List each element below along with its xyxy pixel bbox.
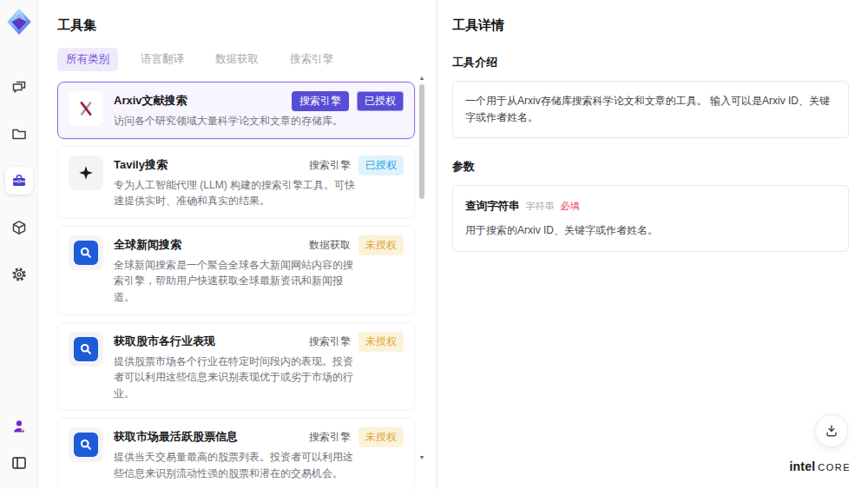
tool-description: 访问各个研究领域大量科学论文和文章的存储库。 <box>114 113 343 129</box>
tool-card-active-stocks[interactable]: 获取市场最活跃股票信息 提供当天交易量最高的股票列表。投资者可以利用这些信息来识… <box>57 418 415 489</box>
auth-status-badge: 未授权 <box>358 235 404 255</box>
param-required-label: 必填 <box>561 199 580 215</box>
tool-badges: 搜索引擎 已授权 <box>292 91 404 111</box>
toolbox-icon[interactable] <box>5 167 33 195</box>
tab-data-fetch[interactable]: 数据获取 <box>207 48 267 71</box>
category-tabs: 所有类别 语言翻译 数据获取 搜索引擎 <box>57 48 418 71</box>
category-badge: 搜索引擎 <box>309 158 351 173</box>
category-badge: 搜索引擎 <box>309 334 351 349</box>
tab-all-categories[interactable]: 所有类别 <box>57 48 118 71</box>
arxiv-logo-icon <box>69 91 103 126</box>
auth-status-badge: 已授权 <box>357 91 404 111</box>
param-header-row: 查询字符串 字符串 必填 <box>465 197 836 215</box>
download-button[interactable] <box>815 414 848 447</box>
tool-badges: 搜索引擎 未授权 <box>309 332 404 352</box>
tool-badges: 搜索引擎 已授权 <box>309 155 404 175</box>
param-description: 用于搜索的Arxiv ID、关键字或作者姓名。 <box>465 222 836 239</box>
param-name: 查询字符串 <box>465 197 520 215</box>
page-title: 工具集 <box>57 17 418 34</box>
tool-card-arxiv[interactable]: Arxiv文献搜索 访问各个研究领域大量科学论文和文章的存储库。 搜索引擎 已授… <box>57 82 415 139</box>
param-box: 查询字符串 字符串 必填 用于搜索的Arxiv ID、关键字或作者姓名。 <box>452 185 849 251</box>
scroll-up-arrow[interactable]: ▲ <box>418 75 426 82</box>
category-badge: 搜索引擎 <box>309 430 351 445</box>
rail-nav <box>5 73 33 288</box>
tab-search-engine[interactable]: 搜索引擎 <box>281 48 342 71</box>
scrollbar-thumb[interactable] <box>419 84 424 199</box>
tool-card-tavily[interactable]: Tavily搜索 专为人工智能代理 (LLM) 构建的搜索引擎工具。可快速提供实… <box>57 146 415 219</box>
tool-badges: 数据获取 未授权 <box>309 235 404 255</box>
details-title: 工具详情 <box>452 17 849 34</box>
blue-magnifier-icon <box>69 332 103 367</box>
gear-icon[interactable] <box>5 261 33 288</box>
tool-description: 全球新闻搜索是一个聚合全球各大新闻网站内容的搜索引擎，帮助用户快速获取全球最新资… <box>114 257 357 306</box>
package-icon[interactable] <box>5 214 33 241</box>
user-icon[interactable] <box>5 413 33 440</box>
intro-text: 一个用于从Arxiv存储库搜索科学论文和文章的工具。 输入可以是Arxiv ID… <box>465 95 830 123</box>
blue-magnifier-icon <box>69 235 103 270</box>
tab-language-translation[interactable]: 语言翻译 <box>132 48 193 71</box>
panel-toggle-icon[interactable] <box>5 449 33 477</box>
intel-core-logo: intel core <box>789 459 851 473</box>
category-badge: 搜索引擎 <box>292 91 349 111</box>
tool-details-panel: 工具详情 工具介绍 一个用于从Arxiv存储库搜索科学论文和文章的工具。 输入可… <box>437 0 868 489</box>
params-heading: 参数 <box>452 159 849 175</box>
tool-description: 提供股票市场各个行业在特定时间段内的表现。投资者可以利用这些信息来识别表现优于或… <box>114 354 357 402</box>
tool-list-panel: 工具集 所有类别 语言翻译 数据获取 搜索引擎 Arxiv文献搜索 访问各个研究… <box>38 0 437 489</box>
param-type: 字符串 <box>526 199 555 215</box>
brand-intel-text: intel <box>789 459 815 473</box>
scroll-down-arrow[interactable]: ▼ <box>418 454 426 461</box>
tool-badges: 搜索引擎 未授权 <box>309 427 404 447</box>
chat-icon[interactable] <box>5 73 33 101</box>
intro-box: 一个用于从Arxiv存储库搜索科学论文和文章的工具。 输入可以是Arxiv ID… <box>452 81 849 138</box>
app-window: 工具集 所有类别 语言翻译 数据获取 搜索引擎 Arxiv文献搜索 访问各个研究… <box>0 0 868 489</box>
list-scrollbar[interactable]: ▲ ▼ <box>418 75 426 461</box>
app-logo prism-diamond-logo <box>4 7 34 36</box>
tool-card-global-news[interactable]: 全球新闻搜索 全球新闻搜索是一个聚合全球各大新闻网站内容的搜索引擎，帮助用户快速… <box>57 226 415 315</box>
folder-icon[interactable] <box>5 120 33 148</box>
tool-card-sector-performance[interactable]: 获取股市各行业表现 提供股票市场各个行业在特定时间段内的表现。投资者可以利用这些… <box>57 322 415 412</box>
blue-magnifier-icon <box>69 427 103 462</box>
auth-status-badge: 已授权 <box>358 155 404 175</box>
tool-description: 提供当天交易量最高的股票列表。投资者可以利用这些信息来识别流动性强的股票和潜在的… <box>114 449 357 481</box>
tool-description: 专为人工智能代理 (LLM) 构建的搜索引擎工具。可快速提供实时、准确和真实的结… <box>114 177 357 209</box>
download-icon <box>824 423 839 439</box>
brand-core-text: core <box>818 462 851 472</box>
four-point-star-icon <box>69 155 103 190</box>
auth-status-badge: 未授权 <box>358 427 404 447</box>
rail-bottom <box>5 413 33 477</box>
auth-status-badge: 未授权 <box>358 332 404 352</box>
category-badge: 数据获取 <box>309 238 351 253</box>
icon-rail <box>0 0 38 489</box>
tool-cards: Arxiv文献搜索 访问各个研究领域大量科学论文和文章的存储库。 搜索引擎 已授… <box>57 82 415 489</box>
intro-heading: 工具介绍 <box>452 55 849 70</box>
